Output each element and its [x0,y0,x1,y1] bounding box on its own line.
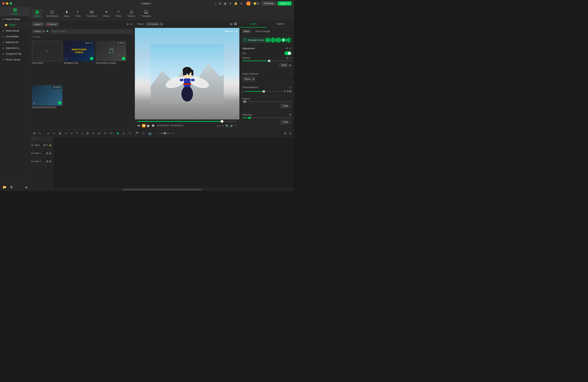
delete-button[interactable]: 🗑 [58,131,63,135]
auto-normalization-toggle[interactable] [284,51,291,55]
sidebar-item-photos-library[interactable]: ▶ Photos Library [0,57,30,62]
step-back-button[interactable]: ⏪ [142,124,146,127]
sidebar-item-global-media[interactable]: ▶ Global Media [0,28,30,34]
protect-button[interactable]: 🛡 [127,131,133,135]
bell-icon[interactable]: 🔔 [234,2,237,5]
user-avatar[interactable] [246,1,251,6]
volume-slider-thumb[interactable] [268,60,271,62]
timer-button[interactable]: ⏱ [103,131,107,135]
sound-balance-keyframe-button[interactable]: ◇ [289,86,291,89]
timeline-scrollbar[interactable] [30,188,294,191]
sidebar-item-adjustment[interactable]: ▶ Adjustment L... [0,45,30,51]
tab-media[interactable]: Media [0,7,30,16]
tab-stickers[interactable]: Stickers [125,9,138,18]
minimize-button[interactable] [6,2,8,5]
fade-in-slider[interactable] [242,101,291,102]
search-input[interactable] [50,29,133,34]
tab-titles[interactable]: T Titles [73,9,83,18]
import-thumb[interactable]: + [32,41,62,61]
sidebar-item-compound-clip[interactable]: ▶ Compound Clip [0,51,30,57]
progress-thumb[interactable] [221,120,223,123]
stop-button[interactable]: ⏹ [152,124,155,127]
fade-in-thumb[interactable] [243,101,246,103]
track-link-icon[interactable]: 🔗 [46,152,48,154]
audio-channels-select[interactable]: None [242,76,255,82]
filter-button[interactable]: ⚙ [126,23,129,26]
sidebar-item-project-media[interactable]: ▶ Project Media [0,16,30,22]
play-button[interactable]: ▶ [147,123,150,128]
keyframe-button[interactable]: ◇ [80,131,84,135]
rotate-button[interactable]: ↻ [91,131,96,135]
track-eye-icon[interactable]: 👁 [46,144,48,146]
cloud-icon[interactable]: ⬆ [229,2,231,5]
cut-button[interactable]: ✂ [64,131,68,135]
import-media-item[interactable]: + Import Media [32,41,62,84]
trim-button[interactable]: ✂ [222,124,224,127]
tab-filters[interactable]: Filters [113,9,124,18]
track-vol-icon[interactable]: 🔊 [49,160,51,162]
media-thumbnail[interactable]: 🎵 00:00:04 ♫ ✓ [96,41,126,61]
marker-play-button[interactable]: ⏵ [121,131,126,135]
track-link-icon[interactable]: 🔗 [46,160,48,162]
fade-out-reset-button[interactable]: ↺ [289,113,291,116]
tab-speed-panel[interactable]: Speed [267,20,294,27]
clip-button[interactable]: ⊡ [97,131,101,135]
text-button[interactable]: T [75,131,79,135]
tab-templates[interactable]: Templates [139,9,153,18]
marker-green-button[interactable]: ⏺ [115,131,120,135]
layout-icon[interactable]: ⊟ [240,2,242,5]
track-lock-icon[interactable]: 🔒 [49,144,51,146]
media-thumbnail[interactable]: 00:00:06 ⊞ ✓ [32,85,62,106]
transition-button[interactable]: ⧗ [86,131,90,135]
sort-select[interactable]: Default [32,29,45,34]
music2-button[interactable]: 🎵 [141,131,146,135]
volume-keyframe-button[interactable]: ◇ [289,56,291,60]
more-options-button[interactable]: ••• [130,23,133,26]
scroll-thumb[interactable] [122,189,202,190]
fade-out-slider[interactable] [242,118,291,118]
timeline-cursor-button[interactable]: ↖ [38,131,42,135]
tab-media-toolbar[interactable]: Media [32,9,43,18]
remote-icon[interactable]: ⊞ [219,2,221,5]
timeline-grid-button[interactable]: ⊞ [32,131,37,135]
add-track-button[interactable]: + [32,138,34,141]
more-tools-icon[interactable]: >> [109,132,113,135]
add-folder-button[interactable]: 📂 [1,185,8,189]
export-button[interactable]: Export ▾ [278,1,292,6]
plus-button[interactable]: + [172,131,176,135]
volume-slider[interactable] [242,60,291,61]
tab-effects[interactable]: Effects [101,9,112,18]
zoom-thumb[interactable] [164,132,166,134]
mark-in-button[interactable]: { [217,124,218,127]
adjustment-keyframe-button[interactable]: ◇ [289,47,291,50]
list-item[interactable]: 🎵 00:00:04 ♫ ✓ Social Media_Energetic [96,41,126,84]
media-thumbnail[interactable]: MONTAGEM CORAL 00:01:13 🎵 ✓ [64,41,94,61]
tab-audio-panel[interactable]: Audio [240,20,267,27]
volume-reset-button[interactable]: ↺ [286,56,288,60]
subtab-basic[interactable]: Basic [241,29,252,34]
sidebar-item-influence-kit[interactable]: ▶ Influence Kit [0,40,30,45]
grid-view-button[interactable]: ⊞ [230,22,232,26]
sound-balance-thumb[interactable] [262,90,265,93]
list-item[interactable]: MONTAGEM CORAL 00:01:13 🎵 ✓ Montagem Cor… [64,41,94,84]
volume-button[interactable]: 🔊 [230,124,233,127]
redo-button[interactable]: ↪ [52,131,56,135]
record-button[interactable]: Record [45,22,59,26]
grid-icon[interactable]: ▦ [224,2,227,5]
snapshot-button[interactable]: 📷 [225,124,228,127]
purchase-button[interactable]: Purchase [261,1,276,6]
fade-out-thumb[interactable] [248,117,251,119]
adjustment-reset-button[interactable]: ↺ [286,47,288,50]
close-button[interactable] [2,2,5,5]
tab-stock-media[interactable]: Stock Media [43,9,61,18]
image-view-button[interactable]: 🖼 [234,22,237,26]
subtab-voice-changer[interactable]: Voice Changer [253,29,273,34]
music-button[interactable]: ♫ [69,131,74,135]
screen-button[interactable]: 📺 [147,131,153,135]
import-button[interactable]: Import ▾ [32,22,44,26]
zoom-slider[interactable] [159,133,171,134]
progress-bar[interactable] [137,121,237,122]
tab-audio[interactable]: Audio [61,9,72,18]
tab-transitions[interactable]: Transitions [84,9,100,18]
delete-track-button[interactable]: − [35,138,38,141]
